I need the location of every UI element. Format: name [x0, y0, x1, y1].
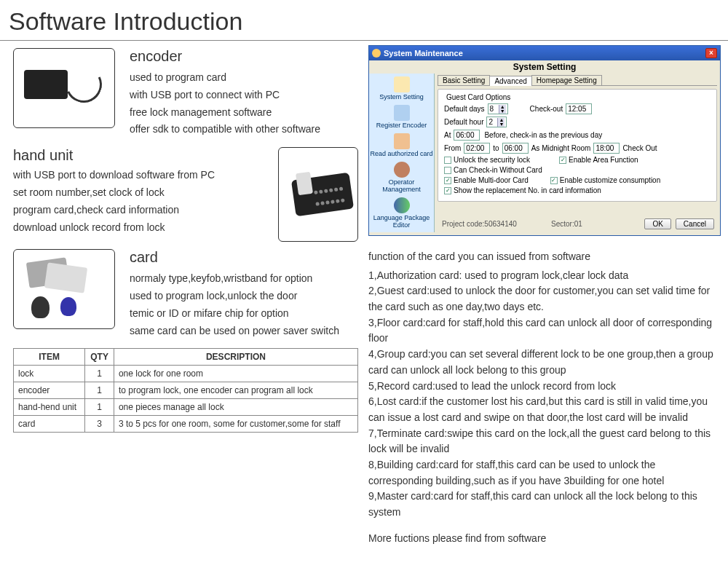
encoder-line: used to program card	[130, 69, 320, 87]
th-item: ITEM	[14, 349, 85, 366]
app-icon	[372, 49, 381, 58]
checkin-without-card-label: Can Check-in Without Card	[454, 166, 542, 174]
checkin-without-card-checkbox[interactable]	[444, 167, 451, 174]
encoder-heading: encoder	[130, 48, 320, 65]
cancel-button[interactable]: Cancel	[676, 218, 714, 229]
hand-line: with USB port to download software from …	[13, 167, 271, 184]
at-note: Before, check-in as the previous day	[484, 131, 602, 139]
function-item: 6,Lost card:if the customer lost his car…	[368, 394, 721, 425]
page-title: Software Introduction	[0, 0, 728, 41]
at-input[interactable]: 06:00	[454, 130, 480, 141]
hand-unit-image	[278, 147, 358, 242]
table-row: hand-hend unit1one pieces manage all loc…	[14, 399, 358, 416]
midnight-room-label: As Midnight Room	[531, 144, 591, 152]
hand-unit-section: hand unit with USB port to download soft…	[13, 147, 358, 242]
function-item: 9,Master card:card for staff,this card c…	[368, 489, 721, 520]
encoder-line: with USB port to connect with PC	[130, 87, 320, 104]
unlock-security-checkbox[interactable]	[444, 157, 451, 164]
close-icon[interactable]: ×	[705, 48, 717, 58]
items-table: ITEMQTYDESCRIPTION lock1one lock for one…	[13, 348, 358, 433]
function-item: 7,Terminate card:swipe this card on the …	[368, 426, 721, 457]
more-functions-note: More fuctions please find from software	[368, 531, 721, 547]
function-item: 1,Authorization card: used to program lo…	[368, 268, 721, 284]
tab-advanced[interactable]: Advanced	[489, 76, 531, 86]
to-label: to	[493, 144, 499, 152]
enable-area-checkbox[interactable]: ✓	[559, 157, 566, 164]
settings-sidebar: System Setting Register Encoder Read aut…	[369, 74, 435, 232]
at-label: At	[444, 131, 451, 139]
table-row: lock1one lock for one room	[14, 366, 358, 382]
th-desc: DESCRIPTION	[114, 349, 357, 366]
encoder-image	[13, 48, 115, 128]
window-title: System Maintenance	[384, 49, 463, 58]
card-line: normaly type,keyfob,wristband for option	[130, 270, 339, 288]
custom-consumption-checkbox[interactable]: ✓	[550, 177, 558, 184]
card-line: used to program lock,unlock the door	[130, 288, 339, 305]
ok-button[interactable]: OK	[644, 218, 670, 229]
default-days-label: Default days	[444, 105, 485, 113]
midnight-room-input[interactable]: 18:00	[593, 143, 620, 154]
from-input[interactable]: 02:00	[464, 143, 490, 154]
from-label: From	[444, 144, 461, 152]
function-item: 4,Group card:you can set several differe…	[368, 347, 721, 378]
show-replacement-checkbox[interactable]: ✓	[444, 187, 451, 194]
to-input[interactable]: 06:00	[502, 143, 529, 154]
function-item: 3,Floor card:card for staff,hold this ca…	[368, 315, 721, 347]
default-hour-input[interactable]: 2▲▼	[486, 117, 507, 127]
card-section: card normaly type,keyfob,wristband for o…	[13, 249, 358, 339]
checkout-label: Check-out	[530, 105, 563, 113]
hand-line: program card,check card information	[13, 202, 271, 219]
unlock-security-label: Unlock the security lock	[454, 156, 530, 164]
hand-line: download unlock record from lock	[13, 219, 271, 237]
function-item: 5,Record card:used to lead the unlock re…	[368, 379, 721, 395]
checkout-input[interactable]: 12:05	[566, 103, 592, 114]
tab-homepage-setting[interactable]: Homepage Setting	[531, 75, 602, 85]
sidebar-item-system-setting[interactable]: System Setting	[369, 75, 434, 103]
hand-line: set room number,set clock of lock	[13, 184, 271, 202]
function-item: 2,Guest card:used to unlock the door for…	[368, 283, 721, 315]
card-functions-text: function of the card you can issued from…	[368, 249, 721, 546]
sidebar-item-register-encoder[interactable]: Register Encoder	[369, 103, 434, 132]
table-row: card33 to 5 pcs for one room, some for c…	[14, 416, 358, 433]
multidoor-label: Enable Multi-door Card	[454, 176, 529, 184]
custom-consumption-label: Enable customize consumption	[560, 176, 660, 184]
project-code: Project code:50634140	[442, 220, 517, 228]
default-hour-label: Default hour	[444, 118, 483, 126]
sector-label: Sector:01	[551, 220, 582, 228]
sidebar-item-read-card[interactable]: Read authorized card	[369, 132, 434, 160]
tab-basic-setting[interactable]: Basic Setting	[438, 75, 490, 85]
default-days-input[interactable]: 8▲▼	[488, 103, 508, 114]
system-window-screenshot: System Maintenance × System Setting Syst…	[368, 45, 721, 236]
encoder-line: offer sdk to compatible with other softw…	[130, 121, 320, 138]
sidebar-item-language-editor[interactable]: Language Package Editor	[369, 196, 434, 232]
card-image	[13, 249, 115, 329]
guest-card-options-group: Guest Card Options Default days 8▲▼ Chec…	[438, 89, 717, 202]
encoder-section: encoder used to program card with USB po…	[13, 48, 358, 138]
table-row: encoder1to program lock, one encoder can…	[14, 382, 358, 399]
group-title: Guest Card Options	[444, 93, 513, 101]
multidoor-checkbox[interactable]: ✓	[444, 177, 451, 184]
function-item: 8,Building card:card for staff,this card…	[368, 457, 721, 489]
sidebar-item-operator-mgmt[interactable]: Operator Management	[369, 160, 434, 196]
window-titlebar: System Maintenance ×	[369, 46, 720, 60]
enable-area-label: Enable Area Function	[569, 156, 638, 164]
card-line: same card can be used on power saver swi…	[130, 323, 339, 340]
card-heading: card	[130, 249, 339, 266]
checkout2-label: Check Out	[622, 144, 657, 152]
show-replacement-label: Show the replacement No. in card informa…	[454, 186, 601, 194]
th-qty: QTY	[85, 349, 114, 366]
card-line: temic or ID or mifare chip for option	[130, 305, 339, 323]
functions-heading: function of the card you can issued from…	[368, 249, 721, 265]
encoder-line: free lock management software	[130, 104, 320, 122]
window-heading: System Setting	[369, 60, 720, 74]
hand-heading: hand unit	[13, 147, 271, 164]
